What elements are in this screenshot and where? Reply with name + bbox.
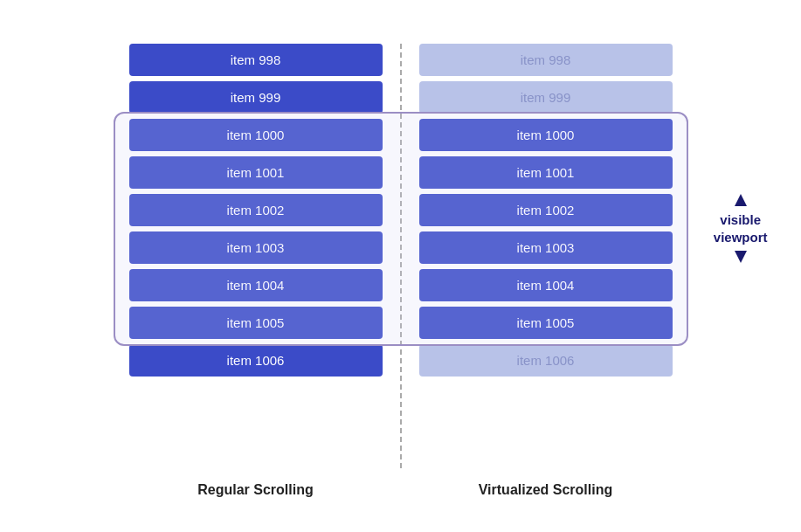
list-item: item 1003 — [419, 231, 673, 264]
list-item: item 1004 — [129, 269, 383, 301]
columns-area: item 998item 999item 1000item 1001item 1… — [25, 35, 777, 468]
list-item: item 1005 — [129, 307, 383, 339]
list-item: item 1002 — [129, 194, 383, 226]
list-item: item 998 — [129, 44, 383, 76]
viewport-text: visibleviewport — [714, 211, 768, 245]
diagram-container: item 998item 999item 1000item 1001item 1… — [25, 17, 777, 515]
list-item: item 1003 — [129, 231, 383, 264]
list-item: item 1000 — [129, 119, 383, 151]
list-item: item 998 — [419, 44, 673, 76]
list-item: item 1006 — [129, 344, 383, 377]
list-item: item 1001 — [129, 156, 383, 189]
viewport-arrow: visibleviewport — [714, 194, 768, 263]
list-item: item 1006 — [419, 344, 673, 377]
list-item: item 999 — [129, 81, 383, 114]
arrow-head-up — [735, 194, 747, 206]
list-item: item 1000 — [419, 119, 673, 151]
labels-row: Regular Scrolling Virtualized Scrolling — [25, 482, 777, 498]
virtualized-scrolling-label: Virtualized Scrolling — [411, 482, 681, 498]
list-item: item 999 — [419, 81, 673, 114]
list-item: item 1004 — [419, 269, 673, 301]
list-item: item 1002 — [419, 194, 673, 226]
arrow-head-down — [735, 251, 747, 263]
viewport-label: visibleviewport — [714, 112, 768, 346]
regular-scrolling-column: item 998item 999item 1000item 1001item 1… — [121, 44, 391, 377]
list-item: item 1005 — [419, 307, 673, 339]
column-divider — [400, 44, 402, 468]
list-item: item 1001 — [419, 156, 673, 189]
regular-scrolling-label: Regular Scrolling — [121, 482, 391, 498]
virtualized-scrolling-column: item 998item 999item 1000item 1001item 1… — [411, 44, 681, 377]
